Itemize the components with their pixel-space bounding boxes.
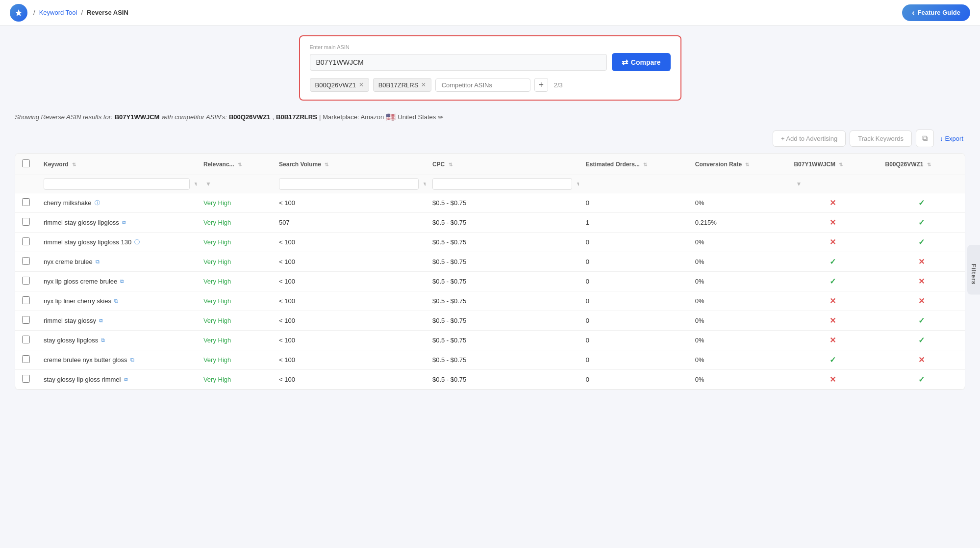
row-checkbox[interactable]: [22, 316, 30, 324]
cpc-value: $0.5 - $0.75: [432, 356, 466, 364]
row-est-orders-cell: 0: [579, 370, 688, 390]
main-asin-input[interactable]: [310, 54, 607, 71]
row-checkbox[interactable]: [22, 375, 30, 383]
th-asin1[interactable]: B07Y1WWJCM ⇅: [787, 154, 878, 175]
asin1-cross-icon: ✕: [829, 297, 836, 305]
feature-guide-button[interactable]: ‹ Feature Guide: [902, 4, 970, 21]
row-search-volume-cell: < 100: [272, 233, 426, 252]
row-search-volume-cell: < 100: [272, 272, 426, 291]
row-checkbox[interactable]: [22, 296, 30, 304]
th-relevance-label: Relevanc...: [203, 161, 234, 168]
remove-asin-2-button[interactable]: ×: [421, 81, 426, 89]
row-search-volume-cell: < 100: [272, 370, 426, 390]
cpc-value: $0.5 - $0.75: [432, 219, 466, 226]
row-checkbox[interactable]: [22, 355, 30, 363]
row-conv-rate-cell: 0%: [688, 331, 787, 350]
track-keywords-button[interactable]: Track Keywords: [850, 130, 912, 147]
external-link-icon[interactable]: ⧉: [122, 219, 126, 226]
export-icon: ↓: [940, 135, 943, 142]
row-keyword-cell: creme brulee nyx butter gloss ⧉: [37, 350, 197, 370]
th-asin2-label: B00Q26VWZ1: [885, 161, 924, 168]
external-link-icon[interactable]: ⧉: [130, 357, 134, 363]
filters-tab[interactable]: Filters: [967, 254, 980, 294]
edit-marketplace-icon[interactable]: ✏: [438, 113, 444, 121]
row-checkbox-cell: [15, 272, 37, 291]
app-logo[interactable]: [10, 4, 27, 22]
relevance-value: Very High: [203, 376, 231, 383]
row-asin1-cell: ✕: [787, 233, 878, 252]
info-icon[interactable]: ⓘ: [134, 238, 140, 246]
filter-cell-relevance: ▼: [197, 175, 272, 193]
info-icon[interactable]: ⓘ: [95, 199, 100, 207]
conv-rate-value: 0%: [695, 278, 704, 285]
th-relevance[interactable]: Relevanc... ⇅: [197, 154, 272, 175]
th-search-volume[interactable]: Search Volume ⇅: [272, 154, 426, 175]
competitor-asin-input[interactable]: [435, 78, 530, 92]
select-all-checkbox[interactable]: [22, 159, 30, 167]
relevance-value: Very High: [203, 199, 231, 207]
add-to-advertising-button[interactable]: + Add to Advertising: [773, 130, 846, 147]
th-est-orders[interactable]: Estimated Orders... ⇅: [579, 154, 688, 175]
asin1-check-icon: ✓: [829, 277, 836, 286]
row-checkbox[interactable]: [22, 277, 30, 285]
breadcrumb-keyword-tool[interactable]: Keyword Tool: [39, 9, 77, 16]
th-keyword[interactable]: Keyword ⇅: [37, 154, 197, 175]
chevron-left-icon: ‹: [912, 8, 914, 17]
copy-button[interactable]: ⧉: [916, 130, 934, 147]
row-checkbox[interactable]: [22, 218, 30, 226]
asin1-filter-icon[interactable]: ▼: [796, 181, 802, 187]
relevance-value: Very High: [203, 219, 231, 226]
conv-rate-value: 0%: [695, 199, 704, 207]
external-link-icon[interactable]: ⧉: [114, 298, 118, 304]
est-orders-value: 0: [586, 356, 589, 364]
cpc-value: $0.5 - $0.75: [432, 337, 466, 344]
row-checkbox[interactable]: [22, 336, 30, 343]
row-checkbox[interactable]: [22, 198, 30, 206]
row-relevance-cell: Very High: [197, 233, 272, 252]
showing-asin2: B0B17ZRLRS: [276, 113, 317, 121]
filter-cell-volume: ▼: [272, 175, 426, 193]
relevance-value: Very High: [203, 317, 231, 324]
external-link-icon[interactable]: ⧉: [120, 278, 124, 285]
showing-main-asin: B07Y1WWJCM: [115, 113, 160, 121]
cpc-value: $0.5 - $0.75: [432, 278, 466, 285]
cpc-filter-input[interactable]: [432, 178, 572, 190]
search-volume-value: < 100: [279, 297, 295, 305]
cpc-sort-icon: ⇅: [449, 162, 452, 167]
row-checkbox-cell: [15, 193, 37, 213]
row-checkbox[interactable]: [22, 237, 30, 245]
row-cpc-cell: $0.5 - $0.75: [426, 331, 579, 350]
external-link-icon[interactable]: ⧉: [99, 317, 103, 324]
th-cpc[interactable]: CPC ⇅: [426, 154, 579, 175]
conv-rate-sort-icon: ⇅: [745, 162, 749, 167]
keyword-filter-input[interactable]: [44, 178, 190, 190]
th-select-all[interactable]: [15, 154, 37, 175]
est-orders-value: 0: [586, 238, 589, 246]
breadcrumb-separator: /: [33, 9, 35, 16]
th-asin2[interactable]: B00Q26VWZ1 ⇅: [879, 154, 965, 175]
volume-filter-input[interactable]: [279, 178, 419, 190]
row-checkbox-cell: [15, 252, 37, 272]
row-asin2-cell: ✓: [879, 311, 965, 331]
export-button[interactable]: ↓ Export: [938, 131, 965, 146]
row-asin1-cell: ✕: [787, 331, 878, 350]
relevance-filter-icon[interactable]: ▼: [205, 181, 211, 187]
external-link-icon[interactable]: ⧉: [96, 259, 100, 265]
est-orders-value: 0: [586, 278, 589, 285]
compare-button[interactable]: ⇄ Compare: [612, 53, 671, 71]
row-relevance-cell: Very High: [197, 272, 272, 291]
row-cpc-cell: $0.5 - $0.75: [426, 252, 579, 272]
remove-asin-1-button[interactable]: ×: [359, 81, 363, 89]
row-checkbox[interactable]: [22, 257, 30, 265]
search-volume-value: 507: [279, 219, 290, 226]
row-asin1-cell: ✕: [787, 311, 878, 331]
asin1-cross-icon: ✕: [829, 199, 836, 207]
row-est-orders-cell: 1: [579, 213, 688, 233]
th-conv-rate[interactable]: Conversion Rate ⇅: [688, 154, 787, 175]
external-link-icon[interactable]: ⧉: [124, 376, 128, 383]
add-competitor-button[interactable]: +: [534, 78, 548, 92]
row-relevance-cell: Very High: [197, 291, 272, 311]
table-header-row: Keyword ⇅ Relevanc... ⇅ Search Volume ⇅ …: [15, 154, 965, 175]
external-link-icon[interactable]: ⧉: [101, 337, 105, 343]
toolbar: + Add to Advertising Track Keywords ⧉ ↓ …: [15, 130, 965, 147]
